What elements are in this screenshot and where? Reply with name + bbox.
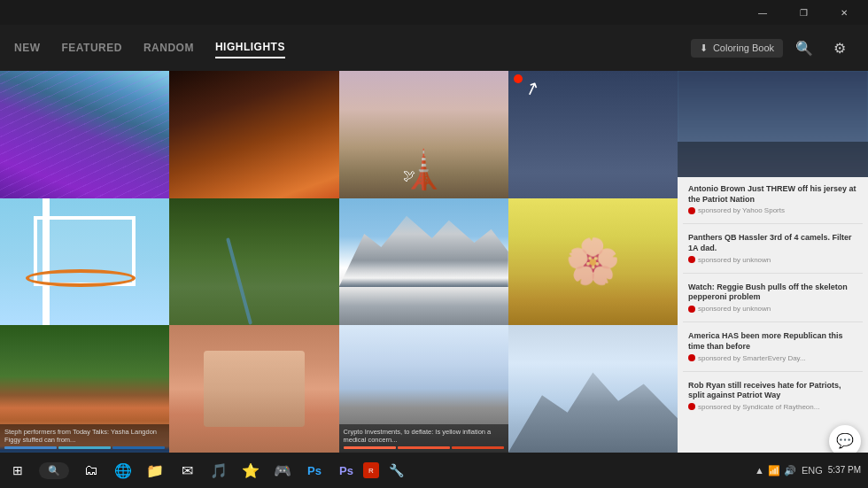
- app-header: NEW FEATURED RANDOM HIGHLIGHTS ⬇ Colorin…: [0, 25, 868, 71]
- taskbar-search[interactable]: 🔍: [39, 462, 69, 479]
- search-button[interactable]: 🔍: [790, 34, 818, 62]
- start-button[interactable]: ⊞: [0, 453, 35, 488]
- taskbar-search-icon: 🔍: [48, 465, 60, 476]
- sidebar-featured-image[interactable]: [678, 71, 868, 177]
- download-icon: ⬇: [700, 43, 708, 54]
- sidebar-source-4: sponsored by SmarterEvery Day...: [683, 354, 863, 366]
- photo-cell-3[interactable]: 🗼 🕊: [339, 71, 508, 198]
- taskbar-apps: 🗂 🌐 📁 ✉ 🎵 ⭐ 🎮 Ps Ps R 🔧: [76, 455, 411, 485]
- coloring-book-label: Coloring Book: [713, 43, 774, 53]
- source-dot-4: [688, 354, 695, 361]
- photo-cell-8[interactable]: 🌸: [508, 198, 678, 326]
- photo-cell-6[interactable]: [169, 198, 338, 326]
- tab-random[interactable]: RANDOM: [143, 38, 194, 58]
- photo-cell-4[interactable]: ↗: [508, 71, 678, 198]
- main-content: 🗼 🕊 ↗: [0, 71, 868, 453]
- photo-cell-1[interactable]: [0, 71, 169, 198]
- source-dot-3: [688, 306, 695, 313]
- source-dot-2: [688, 256, 695, 263]
- taskbar-app-edge[interactable]: 🌐: [108, 455, 138, 485]
- photo-cell-5[interactable]: [0, 198, 169, 326]
- coloring-book-button[interactable]: ⬇ Coloring Book: [691, 39, 783, 58]
- photo-cell-12[interactable]: [508, 325, 678, 453]
- sidebar-source-1: sponsored by Yahoo Sports: [683, 206, 863, 218]
- minimize-button[interactable]: —: [742, 0, 783, 25]
- sidebar-headline-3: Watch: Reggie Bush pulls off the skeleto…: [683, 279, 863, 305]
- tab-featured[interactable]: FEATURED: [62, 38, 122, 58]
- taskbar-app-store[interactable]: 🗂: [76, 455, 106, 485]
- article-11-headline: Crypto Investments, to deflate: Is yello…: [344, 428, 504, 445]
- taskbar-app-game[interactable]: 🎮: [267, 455, 298, 485]
- taskbar-app-ps2[interactable]: Ps: [331, 455, 361, 485]
- sidebar-article-3[interactable]: Watch: Reggie Bush pulls off the skeleto…: [678, 275, 868, 320]
- sidebar-article-1[interactable]: Antonio Brown Just THREW off his jersey …: [678, 177, 868, 221]
- taskbar-app-red[interactable]: R: [363, 462, 379, 478]
- sidebar-headline-1: Antonio Brown Just THREW off his jersey …: [683, 181, 863, 206]
- tab-new[interactable]: NEW: [14, 38, 41, 58]
- photo-cell-2[interactable]: [169, 71, 338, 198]
- header-right: ⬇ Coloring Book 🔍 ⚙: [691, 34, 854, 62]
- nav-tabs: NEW FEATURED RANDOM HIGHLIGHTS: [14, 37, 691, 58]
- settings-button[interactable]: ⚙: [825, 34, 854, 62]
- sidebar-divider-2: [683, 273, 863, 274]
- tray-lang: ENG: [802, 465, 823, 476]
- sidebar-divider-1: [683, 223, 863, 224]
- taskbar-app-explorer[interactable]: 📁: [140, 455, 170, 485]
- tray-arrow-icon[interactable]: ▲: [755, 465, 764, 476]
- sidebar-article-5[interactable]: Rob Ryan still receives hate for Patriot…: [678, 374, 868, 418]
- source-dot-5: [688, 403, 695, 410]
- taskbar-app-unknown[interactable]: 🔧: [381, 455, 411, 485]
- sidebar-source-2: sponsored by unknown: [683, 256, 863, 267]
- sidebar-headline-5: Rob Ryan still receives hate for Patriot…: [683, 377, 863, 403]
- photo-grid-container: 🗼 🕊 ↗: [0, 71, 678, 453]
- photo-cell-7[interactable]: [339, 198, 508, 326]
- sidebar-divider-4: [683, 371, 863, 372]
- close-button[interactable]: ✕: [824, 0, 864, 25]
- maximize-button[interactable]: ❐: [783, 0, 824, 25]
- sidebar-headline-2: Panthers QB Hassler 3rd of 4 camels. Fil…: [683, 229, 863, 255]
- sidebar-source-5: sponsored by Syndicate of Raytheon...: [683, 403, 863, 414]
- photo-grid: 🗼 🕊 ↗: [0, 71, 678, 453]
- sidebar-divider-3: [683, 321, 863, 322]
- sidebar-article-4[interactable]: America HAS been more Republican this ti…: [678, 324, 868, 368]
- chat-button[interactable]: 💬: [829, 425, 861, 453]
- sidebar-headline-4: America HAS been more Republican this ti…: [683, 328, 863, 353]
- taskbar: ⊞ 🔍 🗂 🌐 📁 ✉ 🎵 ⭐ 🎮 Ps Ps R 🔧 ▲ 📶 🔊 ENG 5:…: [0, 453, 868, 488]
- taskbar-right: ▲ 📶 🔊 ENG 5:37 PM: [748, 464, 868, 476]
- photo-cell-9[interactable]: Steph performers from Today Talks: Yasha…: [0, 325, 169, 453]
- titlebar: — ❐ ✕: [0, 0, 868, 25]
- tray-network-icon[interactable]: 📶: [768, 465, 780, 476]
- tray-volume-icon[interactable]: 🔊: [784, 465, 796, 476]
- article-9-headline: Steph performers from Today Talks: Yasha…: [4, 428, 165, 445]
- clock[interactable]: 5:37 PM: [828, 464, 861, 476]
- sidebar-source-3: sponsored by unknown: [683, 305, 863, 316]
- clock-time: 5:37 PM: [828, 464, 861, 476]
- sidebar-article-2[interactable]: Panthers QB Hassler 3rd of 4 camels. Fil…: [678, 226, 868, 270]
- systray: ▲ 📶 🔊: [755, 465, 796, 476]
- sidebar: Antonio Brown Just THREW off his jersey …: [678, 71, 868, 453]
- photo-cell-11[interactable]: Crypto Investments, to deflate: Is yello…: [339, 325, 508, 453]
- taskbar-app-ps[interactable]: Ps: [299, 455, 329, 485]
- source-dot-1: [688, 207, 695, 214]
- taskbar-app-music[interactable]: 🎵: [204, 455, 234, 485]
- photo-cell-10[interactable]: [169, 325, 338, 453]
- taskbar-app-mail[interactable]: ✉: [172, 455, 202, 485]
- taskbar-app-star[interactable]: ⭐: [236, 455, 266, 485]
- tab-highlights[interactable]: HIGHLIGHTS: [215, 37, 285, 58]
